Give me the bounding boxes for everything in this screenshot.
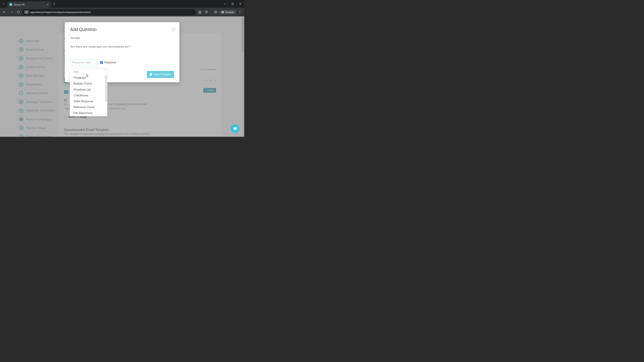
- nav-forward-icon[interactable]: [8, 9, 14, 15]
- url-text: app.breezy.hr/app/c/moodjoy/company/ques…: [30, 11, 91, 13]
- dropdown-scrollbar[interactable]: [105, 75, 107, 102]
- svg-point-16: [240, 12, 240, 12]
- question-text-input[interactable]: Are there any challenges you encountered…: [70, 44, 174, 49]
- browser-menu-icon[interactable]: [237, 9, 243, 15]
- required-label: Required: [104, 61, 116, 64]
- toolbar-separator: [211, 10, 211, 14]
- save-button-label: Save Changes: [154, 73, 171, 76]
- side-panel-icon[interactable]: [212, 9, 218, 15]
- intercom-chat-button[interactable]: [231, 124, 240, 133]
- svg-point-14: [223, 12, 224, 13]
- extensions-icon[interactable]: [204, 9, 210, 15]
- response-type-dropdown: ▴ Text Paragraph Multiple Choice Dropdow…: [70, 68, 107, 116]
- dropdown-option-reference-check[interactable]: Reference Check: [70, 104, 107, 110]
- tab-close-icon[interactable]: ×: [46, 3, 49, 6]
- bookmark-star-icon[interactable]: [197, 9, 203, 15]
- modal-title: Add Question: [70, 27, 174, 32]
- nav-reload-icon[interactable]: [16, 9, 22, 15]
- response-type-placeholder: Response Type: [72, 61, 91, 64]
- dropdown-option-paragraph[interactable]: Paragraph: [70, 75, 107, 81]
- url-bar[interactable]: app.breezy.hr/app/c/moodjoy/company/ques…: [22, 9, 196, 15]
- incognito-label: Incognito: [225, 11, 234, 13]
- dropdown-option-checkboxes[interactable]: Checkboxes: [70, 92, 107, 98]
- tab-search-dropdown[interactable]: [0, 0, 8, 8]
- window-minimize-icon[interactable]: [221, 0, 229, 8]
- svg-point-9: [27, 12, 27, 12]
- save-changes-button[interactable]: Save Changes: [147, 71, 174, 78]
- site-info-icon[interactable]: [24, 10, 29, 14]
- response-type-select[interactable]: Response Type: [70, 59, 97, 66]
- dropdown-option-file-attachment[interactable]: File Attachment: [70, 110, 107, 116]
- svg-point-15: [240, 11, 240, 11]
- dropdown-option-video-response[interactable]: Video Response: [70, 98, 107, 104]
- svg-point-17: [240, 13, 240, 13]
- new-tab-button[interactable]: +: [51, 2, 58, 6]
- dropdown-option-text[interactable]: Text: [70, 69, 107, 75]
- dropdown-option-multiple-choice[interactable]: Multiple Choice: [70, 81, 107, 86]
- tab-title: Breezy HR: [14, 3, 46, 6]
- window-maximize-icon[interactable]: [229, 0, 236, 8]
- svg-rect-1: [232, 3, 234, 5]
- svg-point-13: [222, 12, 222, 13]
- save-icon: [150, 73, 152, 76]
- svg-marker-10: [198, 11, 202, 13]
- question-label-input[interactable]: Sample: [70, 36, 174, 40]
- modal-close-button[interactable]: ✕: [172, 27, 176, 32]
- dropdown-option-dropdown-list[interactable]: Dropdown List: [70, 87, 107, 92]
- svg-rect-11: [214, 11, 217, 13]
- window-close-icon[interactable]: [236, 0, 244, 8]
- incognito-badge[interactable]: Incognito: [219, 10, 236, 14]
- tab-favicon: b: [10, 3, 12, 6]
- dropdown-scroll-down-icon[interactable]: ▾: [105, 114, 106, 116]
- required-checkbox[interactable]: [100, 61, 103, 64]
- nav-back-icon[interactable]: [1, 9, 8, 15]
- browser-tab[interactable]: b Breezy HR ×: [8, 1, 51, 7]
